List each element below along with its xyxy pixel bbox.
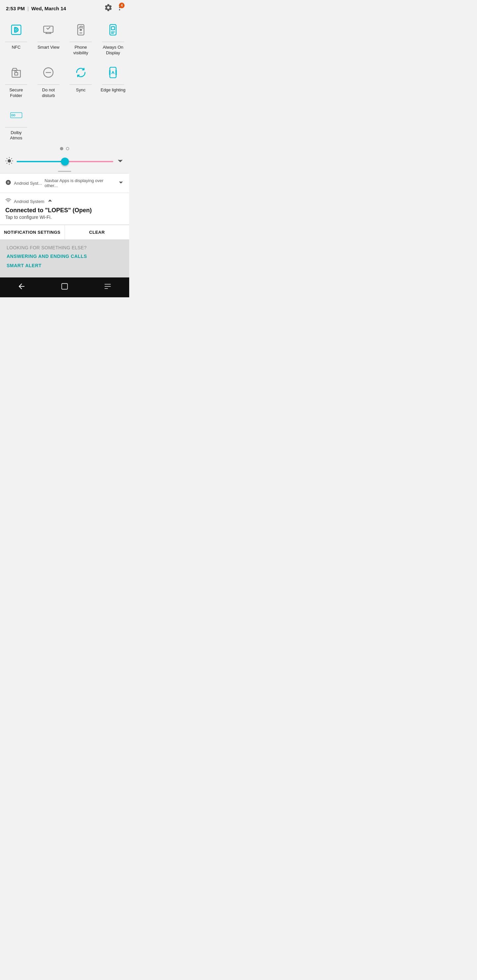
notif-count-badge: 4: [119, 3, 124, 8]
svg-point-5: [80, 29, 81, 31]
page-dots: [0, 147, 129, 150]
tile-nfc-label: NFC: [11, 45, 21, 50]
tile-nfc[interactable]: NFC: [0, 17, 32, 59]
tiles-row-2: SecureFolder Do notdisturb: [0, 59, 129, 102]
notif-app-name-1: Android Syst...: [14, 181, 42, 186]
back-button[interactable]: [17, 282, 26, 292]
page-dot-2[interactable]: [66, 147, 69, 150]
quick-tiles-panel: NFC Smart View: [0, 15, 129, 144]
sync-icon: [72, 64, 89, 81]
time: 2:53 PM: [6, 6, 25, 11]
secure-folder-icon: [8, 64, 25, 81]
svg-rect-7: [112, 27, 115, 30]
notification-actions: NOTIFICATION SETTINGS CLEAR: [0, 225, 129, 239]
tile-sync-label: Sync: [76, 88, 85, 93]
tile-smart-view[interactable]: Smart View: [32, 17, 65, 59]
clear-button[interactable]: CLEAR: [65, 225, 129, 239]
wifi-icon: [5, 198, 11, 205]
tile-do-not-disturb[interactable]: Do notdisturb: [32, 59, 65, 102]
status-bar: 2:53 PM | Wed, March 14 4: [0, 0, 129, 15]
recents-button[interactable]: [103, 282, 112, 292]
page-dot-1[interactable]: [60, 147, 63, 150]
tile-sync[interactable]: Sync: [65, 59, 97, 102]
tile-phone-visibility[interactable]: Phonevisibility: [65, 17, 97, 59]
notif-subtitle-2: Tap to configure Wi-Fi.: [5, 215, 124, 220]
system-navbar: [0, 277, 129, 298]
tile-phone-visibility-label: Phonevisibility: [73, 45, 88, 56]
slider-track: [17, 161, 113, 162]
tile-separator: [102, 42, 124, 42]
notification-wifi[interactable]: Android System Connected to "LOPES" (Ope…: [0, 193, 129, 224]
tile-separator: [37, 84, 60, 85]
notification-navbar[interactable]: Android Syst... Navbar Apps is displayin…: [0, 173, 129, 192]
smart-view-icon: [40, 21, 57, 38]
svg-rect-14: [62, 284, 67, 290]
brightness-icon: [5, 157, 13, 166]
handle-bar: [58, 171, 71, 172]
tile-always-on-display[interactable]: Always OnDisplay: [97, 17, 129, 59]
phone-visibility-icon: [72, 21, 89, 38]
notif-app-name-2: Android System: [14, 199, 45, 204]
tiles-row-3: DD DolbyAtmos: [0, 102, 129, 145]
dolby-atmos-icon: DD: [8, 107, 25, 124]
notification-header: Android Syst... Navbar Apps is displayin…: [5, 178, 124, 188]
date: Wed, March 14: [32, 6, 66, 11]
notification-header-2: Android System: [5, 198, 124, 205]
home-button[interactable]: [60, 282, 69, 292]
tile-separator: [70, 84, 92, 85]
tile-separator: [5, 84, 27, 85]
tile-edge-lighting-label: Edge lighting: [101, 88, 126, 93]
tile-dolby-atmos[interactable]: DD DolbyAtmos: [0, 102, 32, 145]
bottom-section: LOOKING FOR SOMETHING ELSE? ANSWERING AN…: [0, 240, 129, 277]
svg-rect-11: [110, 67, 116, 78]
bottom-hint: LOOKING FOR SOMETHING ELSE?: [6, 245, 123, 250]
always-on-display-icon: [104, 21, 121, 38]
tile-secure-folder-label: SecureFolder: [9, 88, 23, 99]
tile-separator: [102, 84, 124, 85]
notification-settings-button[interactable]: NOTIFICATION SETTINGS: [0, 225, 65, 239]
tile-smart-view-label: Smart View: [37, 45, 59, 50]
tile-separator: [70, 42, 92, 42]
brightness-slider[interactable]: [17, 158, 113, 165]
tile-always-on-display-label: Always OnDisplay: [103, 45, 123, 56]
notif-expand-icon-1[interactable]: [118, 180, 124, 187]
notif-collapse-icon-2[interactable]: [47, 198, 53, 205]
status-divider: |: [27, 6, 29, 11]
bottom-link-calls[interactable]: ANSWERING AND ENDING CALLS: [6, 254, 123, 259]
brightness-expand-icon[interactable]: [116, 157, 124, 166]
notif-desc-1: Navbar Apps is displaying over other...: [45, 178, 115, 188]
settings-icon[interactable]: [104, 3, 113, 13]
tiles-row-1: NFC Smart View: [0, 17, 129, 59]
tile-dolby-atmos-label: DolbyAtmos: [10, 130, 22, 142]
status-icons: 4: [104, 3, 123, 13]
notification-body-2: Connected to "LOPES" (Open) Tap to confi…: [5, 207, 124, 220]
tile-do-not-disturb-label: Do notdisturb: [42, 88, 55, 99]
brightness-row: [0, 154, 129, 169]
tile-separator: [5, 42, 27, 42]
notification-icon[interactable]: 4: [116, 4, 123, 13]
status-time-date: 2:53 PM | Wed, March 14: [6, 6, 66, 11]
tile-separator: [5, 127, 27, 127]
tile-separator: [37, 42, 60, 42]
bottom-link-smart-alert[interactable]: SMART ALERT: [6, 263, 123, 268]
android-system-icon: [5, 180, 11, 187]
svg-text:DD: DD: [11, 114, 16, 117]
drag-handle: [0, 169, 129, 173]
slider-thumb[interactable]: [61, 158, 69, 165]
tile-secure-folder[interactable]: SecureFolder: [0, 59, 32, 102]
svg-point-2: [119, 9, 120, 11]
edge-lighting-icon: [104, 64, 121, 81]
tile-edge-lighting[interactable]: Edge lighting: [97, 59, 129, 102]
do-not-disturb-icon: [40, 64, 57, 81]
notif-title-2: Connected to "LOPES" (Open): [5, 207, 124, 214]
nfc-icon: [8, 21, 25, 38]
